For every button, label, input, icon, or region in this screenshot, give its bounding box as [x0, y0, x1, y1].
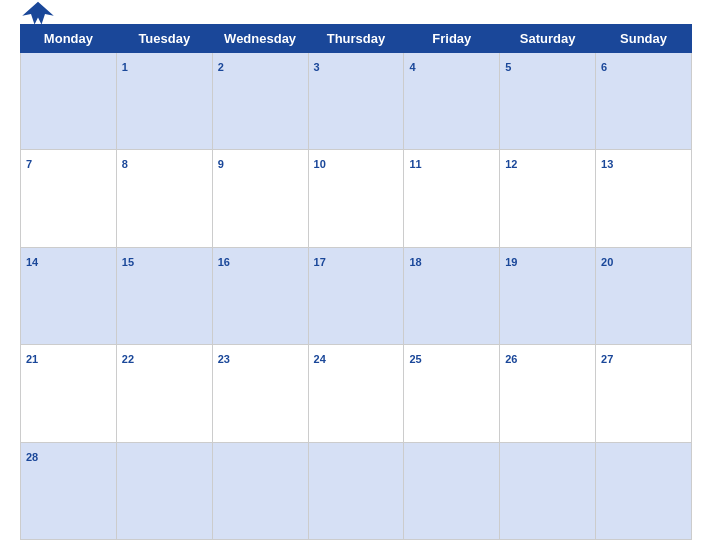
date-number: 4 [409, 61, 415, 73]
date-number: 21 [26, 353, 38, 365]
calendar-cell: 24 [308, 345, 404, 442]
calendar-cell: 21 [21, 345, 117, 442]
calendar-cell: 9 [212, 150, 308, 247]
calendar-cell: 8 [116, 150, 212, 247]
date-number: 24 [314, 353, 326, 365]
calendar-cell [116, 442, 212, 539]
calendar-week-row: 28 [21, 442, 692, 539]
calendar-cell: 13 [596, 150, 692, 247]
date-number: 2 [218, 61, 224, 73]
date-number: 7 [26, 158, 32, 170]
date-number: 13 [601, 158, 613, 170]
date-number: 28 [26, 451, 38, 463]
date-number: 11 [409, 158, 421, 170]
weekday-header-row: MondayTuesdayWednesdayThursdayFridaySatu… [21, 25, 692, 53]
date-number: 5 [505, 61, 511, 73]
date-number: 26 [505, 353, 517, 365]
weekday-header-friday: Friday [404, 25, 500, 53]
date-number: 23 [218, 353, 230, 365]
calendar-cell [500, 442, 596, 539]
date-number: 22 [122, 353, 134, 365]
calendar-cell: 22 [116, 345, 212, 442]
weekday-header-thursday: Thursday [308, 25, 404, 53]
date-number: 1 [122, 61, 128, 73]
calendar-cell: 18 [404, 247, 500, 344]
calendar-week-row: 14151617181920 [21, 247, 692, 344]
date-number: 6 [601, 61, 607, 73]
calendar-cell: 27 [596, 345, 692, 442]
calendar-cell: 17 [308, 247, 404, 344]
date-number: 3 [314, 61, 320, 73]
calendar-cell [21, 53, 117, 150]
weekday-header-wednesday: Wednesday [212, 25, 308, 53]
weekday-header-tuesday: Tuesday [116, 25, 212, 53]
calendar-cell: 16 [212, 247, 308, 344]
date-number: 17 [314, 256, 326, 268]
date-number: 8 [122, 158, 128, 170]
date-number: 10 [314, 158, 326, 170]
calendar-header [20, 10, 692, 18]
date-number: 25 [409, 353, 421, 365]
calendar-cell: 4 [404, 53, 500, 150]
weekday-header-saturday: Saturday [500, 25, 596, 53]
calendar-cell [404, 442, 500, 539]
calendar-cell: 26 [500, 345, 596, 442]
calendar-cell: 11 [404, 150, 500, 247]
calendar-week-row: 123456 [21, 53, 692, 150]
calendar-cell: 2 [212, 53, 308, 150]
calendar-cell: 15 [116, 247, 212, 344]
calendar-table: MondayTuesdayWednesdayThursdayFridaySatu… [20, 24, 692, 540]
calendar-cell: 14 [21, 247, 117, 344]
date-number: 14 [26, 256, 38, 268]
calendar-cell: 25 [404, 345, 500, 442]
date-number: 19 [505, 256, 517, 268]
calendar-week-row: 21222324252627 [21, 345, 692, 442]
date-number: 15 [122, 256, 134, 268]
calendar-cell: 19 [500, 247, 596, 344]
date-number: 9 [218, 158, 224, 170]
weekday-header-monday: Monday [21, 25, 117, 53]
calendar-cell: 5 [500, 53, 596, 150]
date-number: 18 [409, 256, 421, 268]
date-number: 27 [601, 353, 613, 365]
calendar-cell: 3 [308, 53, 404, 150]
calendar-cell [308, 442, 404, 539]
calendar-week-row: 78910111213 [21, 150, 692, 247]
calendar-cell: 10 [308, 150, 404, 247]
calendar-cell: 28 [21, 442, 117, 539]
generalblue-logo [20, 0, 56, 28]
date-number: 12 [505, 158, 517, 170]
calendar-cell [596, 442, 692, 539]
calendar-cell: 20 [596, 247, 692, 344]
calendar-cell: 6 [596, 53, 692, 150]
calendar-cell: 12 [500, 150, 596, 247]
calendar-cell: 1 [116, 53, 212, 150]
calendar-cell [212, 442, 308, 539]
calendar-cell: 7 [21, 150, 117, 247]
date-number: 20 [601, 256, 613, 268]
weekday-header-sunday: Sunday [596, 25, 692, 53]
date-number: 16 [218, 256, 230, 268]
calendar-cell: 23 [212, 345, 308, 442]
svg-marker-0 [22, 2, 54, 25]
